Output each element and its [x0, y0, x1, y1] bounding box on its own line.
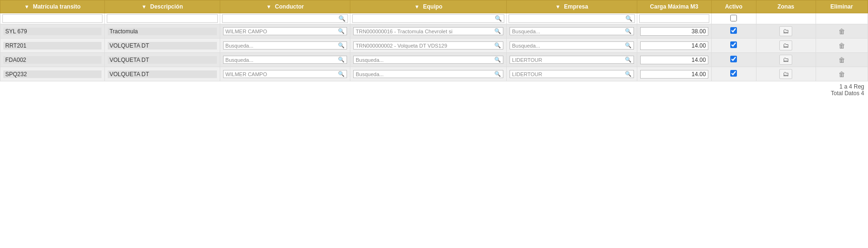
filter-cell-equipo: 🔍 [350, 13, 507, 24]
cell-zonas-1: 🗂 [756, 39, 816, 53]
filter-icon-conductor: ▼ [266, 4, 272, 10]
filter-input-empresa[interactable] [509, 15, 623, 22]
search-icon-empresa-2[interactable]: 🔍 [625, 57, 632, 63]
col-header-zonas[interactable]: Zonas [756, 0, 816, 13]
filter-cell-zonas [756, 13, 816, 24]
col-label-descripcion: Descripción [150, 3, 183, 10]
cell-zonas-0: 🗂 [756, 24, 816, 39]
cell-activo-0 [711, 24, 756, 39]
checkbox-activo-2[interactable] [730, 56, 737, 62]
filter-input-equipo[interactable] [353, 15, 493, 22]
filter-input-conductor[interactable] [223, 15, 337, 22]
cell-descripcion-0: Tractomula [104, 24, 220, 39]
search-icon-equipo-2[interactable]: 🔍 [494, 57, 501, 63]
pagination-range: 1 a 4 Reg [4, 83, 864, 90]
search-icon-empresa-0[interactable]: 🔍 [625, 28, 632, 34]
eliminar-button-2[interactable]: 🗑 [838, 56, 845, 64]
col-header-empresa[interactable]: ▼ Empresa [507, 0, 637, 13]
cell-activo-1 [711, 39, 756, 53]
search-icon-conductor-1[interactable]: 🔍 [338, 42, 345, 49]
cell-conductor-0: WILMER CAMPO🔍 [220, 24, 350, 39]
cell-matricula-0: SYL 679 [0, 24, 105, 39]
cell-matricula-1: RRT201 [0, 39, 105, 53]
value-matricula-3: SPQ232 [3, 70, 102, 78]
col-header-descripcion[interactable]: ▼ Descripción [104, 0, 220, 13]
eliminar-button-0[interactable]: 🗑 [838, 28, 845, 35]
cell-matricula-2: FDA002 [0, 53, 105, 67]
main-table-container: ▼ Matrícula transito ▼ Descripción ▼ Con… [0, 0, 868, 99]
col-header-conductor[interactable]: ▼ Conductor [220, 0, 350, 13]
filter-icon-empresa: ▼ [555, 4, 561, 10]
pagination-info: 1 a 4 Reg Total Datos 4 [0, 81, 868, 99]
checkbox-activo-1[interactable] [730, 41, 737, 48]
search-icon-equipo-0[interactable]: 🔍 [494, 28, 501, 34]
col-label-carga: Carga Máxima M3 [650, 3, 698, 10]
filter-cell-empresa: 🔍 [507, 13, 637, 24]
search-icon-conductor-0[interactable]: 🔍 [338, 28, 345, 34]
filter-icon-descripcion: ▼ [142, 4, 147, 10]
checkbox-activo-3[interactable] [730, 70, 737, 77]
cell-descripcion-1: VOLQUETA DT [104, 39, 220, 53]
search-icon-empresa-3[interactable]: 🔍 [625, 71, 632, 77]
col-label-eliminar: Eliminar [830, 3, 853, 10]
search-icon-empresa-1[interactable]: 🔍 [625, 42, 632, 49]
value-matricula-0: SYL 679 [3, 28, 102, 35]
col-header-carga[interactable]: Carga Máxima M3 [637, 0, 711, 13]
search-icon-equipo-3[interactable]: 🔍 [494, 71, 501, 77]
value-carga-3: 14.00 [640, 70, 708, 79]
filter-cell-descripcion [104, 13, 220, 24]
zonas-button-2[interactable]: 🗂 [779, 55, 792, 65]
filter-cell-activo [711, 13, 756, 24]
value-empresa-2: LIDERTOUR [512, 57, 623, 63]
value-conductor-2: Busqueda... [225, 57, 336, 63]
filter-search-button-empresa[interactable]: 🔍 [623, 15, 634, 22]
col-header-equipo[interactable]: ▼ Equipo [350, 0, 507, 13]
cell-eliminar-0: 🗑 [816, 24, 868, 39]
value-conductor-1: Busqueda... [225, 43, 336, 49]
col-header-activo[interactable]: Activo [711, 0, 756, 13]
value-equipo-0: TRN000000016 - Tractomula Chevrolet si [356, 29, 492, 34]
value-equipo-3: Busqueda... [356, 71, 492, 77]
filter-cell-matricula [0, 13, 105, 24]
table-row: SPQ232VOLQUETA DTWILMER CAMPO🔍Busqueda..… [0, 67, 868, 81]
cell-conductor-1: Busqueda...🔍 [220, 39, 350, 53]
filter-checkbox-activo[interactable] [730, 15, 737, 21]
col-header-matricula[interactable]: ▼ Matrícula transito [0, 0, 105, 13]
search-icon-equipo-1[interactable]: 🔍 [494, 42, 501, 49]
zonas-button-1[interactable]: 🗂 [779, 40, 792, 50]
cell-descripcion-2: VOLQUETA DT [104, 53, 220, 67]
cell-conductor-2: Busqueda...🔍 [220, 53, 350, 67]
search-icon-conductor-2[interactable]: 🔍 [338, 57, 345, 63]
eliminar-button-1[interactable]: 🗑 [838, 42, 845, 50]
search-icon-conductor-3[interactable]: 🔍 [338, 71, 345, 77]
col-label-empresa: Empresa [564, 3, 588, 10]
value-matricula-2: FDA002 [3, 56, 102, 64]
filter-cell-conductor: 🔍 [220, 13, 350, 24]
col-label-equipo: Equipo [423, 3, 443, 10]
cell-equipo-2: Busqueda...🔍 [350, 53, 507, 67]
value-descripcion-0: Tractomula [108, 28, 217, 35]
table-row: SYL 679TractomulaWILMER CAMPO🔍TRN0000000… [0, 24, 868, 39]
cell-eliminar-3: 🗑 [816, 67, 868, 81]
value-descripcion-2: VOLQUETA DT [108, 56, 217, 64]
filter-search-button-equipo[interactable]: 🔍 [493, 15, 504, 22]
table-row: FDA002VOLQUETA DTBusqueda...🔍Busqueda...… [0, 53, 868, 67]
filter-input-descripcion[interactable] [107, 14, 218, 23]
vehicles-table: ▼ Matrícula transito ▼ Descripción ▼ Con… [0, 0, 868, 81]
cell-equipo-0: TRN000000016 - Tractomula Chevrolet si🔍 [350, 24, 507, 39]
zonas-button-3[interactable]: 🗂 [779, 69, 792, 79]
checkbox-activo-0[interactable] [730, 27, 737, 34]
cell-empresa-0: Busqueda...🔍 [507, 24, 637, 39]
filter-input-carga[interactable] [639, 14, 709, 23]
value-equipo-2: Busqueda... [356, 57, 492, 63]
col-label-zonas: Zonas [777, 3, 794, 10]
filter-search-button-conductor[interactable]: 🔍 [337, 15, 347, 22]
col-header-eliminar[interactable]: Eliminar [816, 0, 868, 13]
cell-empresa-2: LIDERTOUR🔍 [507, 53, 637, 67]
eliminar-button-3[interactable]: 🗑 [838, 70, 845, 78]
filter-icon-equipo: ▼ [414, 4, 419, 10]
zonas-button-0[interactable]: 🗂 [779, 26, 792, 36]
filter-input-matricula[interactable] [2, 14, 102, 23]
cell-carga-1: 14.00 [637, 39, 711, 53]
value-matricula-1: RRT201 [3, 42, 102, 50]
